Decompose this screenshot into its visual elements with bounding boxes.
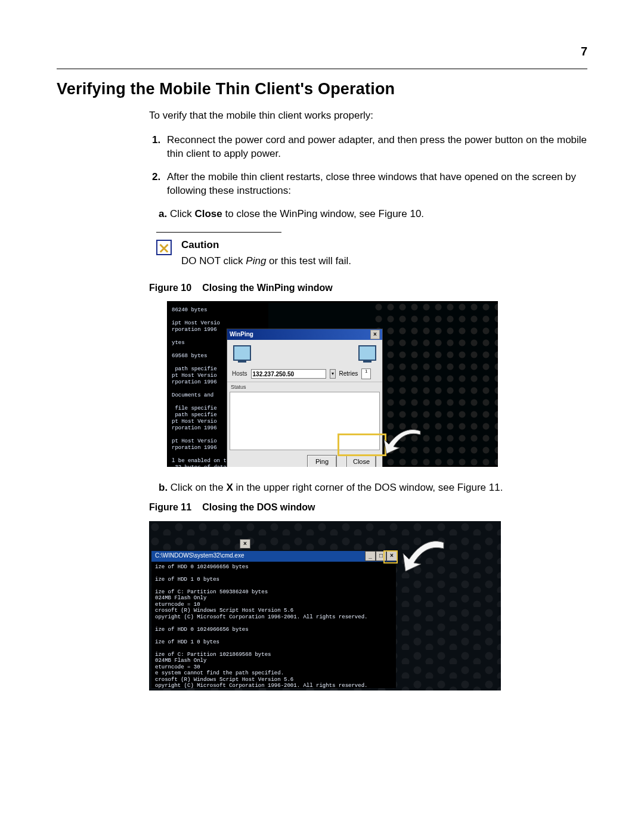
document-page: 7 Verifying the Mobile Thin Client's Ope… <box>0 0 644 833</box>
chevron-down-icon[interactable]: ▾ <box>330 369 336 379</box>
substep-b-label: b. <box>159 482 168 493</box>
status-label: Status <box>227 382 382 392</box>
winping-titlebar[interactable]: WinPing × <box>227 329 382 340</box>
body-content: To verify that the mobile thin client wo… <box>149 109 587 690</box>
substep-b: b. Click on the X in the upper right cor… <box>159 481 587 495</box>
button-row: Ping Close <box>227 450 382 467</box>
caution-text: Caution DO NOT click Ping or this test w… <box>181 239 351 268</box>
section-title: Verifying the Mobile Thin Client's Opera… <box>57 80 587 98</box>
retries-label: Retries <box>339 370 358 378</box>
header-rule <box>57 69 587 69</box>
close-icon[interactable]: × <box>370 330 380 339</box>
computer-icon <box>358 345 376 361</box>
hosts-input[interactable] <box>251 369 326 379</box>
winping-icons-row <box>227 340 382 366</box>
close-button[interactable]: Close <box>346 455 376 467</box>
substep-a-post: to close the WinPing window, see Figure … <box>222 208 424 219</box>
page-number: 7 <box>581 45 587 58</box>
caution-block: Caution DO NOT click Ping or this test w… <box>156 232 587 268</box>
caution-icon <box>156 240 172 255</box>
dos-text: ize of HDD 0 1024966656 bytes ize of HDD… <box>151 562 396 690</box>
figure-10-caption: Figure 10Closing the WinPing window <box>149 281 587 295</box>
winping-title: WinPing <box>230 330 253 339</box>
step-2: After the mobile thin client restarts, c… <box>163 171 587 198</box>
substep-a-bold: Close <box>194 208 222 219</box>
figure-10-label: Figure 10 <box>149 283 191 293</box>
retries-value: 1 <box>362 369 370 374</box>
dos-window: _ □ × ize of HDD 0 1024966656 bytes ize … <box>151 551 396 688</box>
caution-heading: Caution <box>181 239 351 252</box>
minimize-icon[interactable]: _ <box>365 551 376 561</box>
computer-icon <box>233 345 251 361</box>
intro-text: To verify that the mobile thin client wo… <box>149 109 587 123</box>
winping-window: WinPing × Hosts ▾ Retries 1 Status <box>227 329 383 467</box>
step-1-text: Reconnect the power cord and power adapt… <box>167 134 587 159</box>
step-1: Reconnect the power cord and power adapt… <box>163 134 587 161</box>
substep-a-pre: Click <box>170 208 195 219</box>
hosts-row: Hosts ▾ Retries 1 <box>227 366 382 382</box>
arrow-icon <box>382 426 423 456</box>
window-controls: _ □ × <box>365 551 397 561</box>
retries-stepper[interactable]: 1 <box>361 368 371 379</box>
status-area <box>230 392 380 450</box>
figure-11-title: Closing the DOS window <box>202 502 315 512</box>
caution-pre: DO NOT click <box>181 255 246 267</box>
caution-italic: Ping <box>246 255 266 267</box>
steps-list: Reconnect the power cord and power adapt… <box>149 134 587 198</box>
substep-b-pre: Click on the <box>171 482 227 493</box>
arrow-icon <box>400 539 447 577</box>
hosts-label: Hosts <box>232 370 247 378</box>
substep-b-post: in the upper right corner of the DOS win… <box>233 482 503 493</box>
close-icon[interactable]: × <box>386 551 397 561</box>
substep-a-label: a. <box>159 208 167 219</box>
caution-rule <box>156 232 281 233</box>
substep-b-bold: X <box>226 482 233 493</box>
close-icon[interactable]: × <box>240 539 250 549</box>
substep-a: a. Click Close to close the WinPing wind… <box>159 208 587 221</box>
step-2-text: After the mobile thin client restarts, c… <box>167 171 576 196</box>
caution-post: or this test will fail. <box>266 255 351 267</box>
caution-body: DO NOT click Ping or this test will fail… <box>181 255 351 268</box>
maximize-icon[interactable]: □ <box>376 551 386 561</box>
figure-11: × _ □ × ize of HDD 0 1024966656 bytes iz… <box>149 521 501 690</box>
figure-10-title: Closing the WinPing window <box>202 283 333 293</box>
figure-11-caption: Figure 11Closing the DOS window <box>149 501 587 514</box>
ping-button[interactable]: Ping <box>307 455 337 467</box>
figure-11-label: Figure 11 <box>149 502 191 512</box>
figure-10: 86240 bytes ipt Host Versio rporation 19… <box>167 301 498 467</box>
